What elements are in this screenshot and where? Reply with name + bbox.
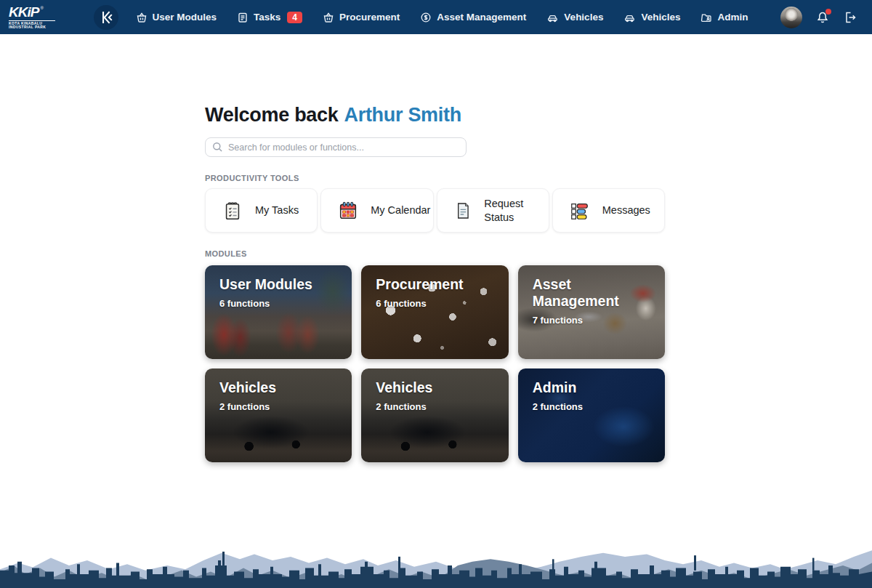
nav-label: Asset Management xyxy=(437,12,526,23)
dollar-circle-icon xyxy=(420,12,432,23)
module-title: User Modules xyxy=(219,276,337,293)
clipboard-icon xyxy=(237,12,249,23)
nav-item-admin[interactable]: Admin xyxy=(690,12,758,23)
basket-icon xyxy=(136,12,148,23)
module-title: Admin xyxy=(533,379,650,396)
module-subtitle: 2 functions xyxy=(376,401,493,412)
nav-item-tasks[interactable]: Tasks 4 xyxy=(227,12,312,23)
main-content: Welcome backArthur Smith PRODUCTIVITY TO… xyxy=(205,34,665,462)
module-title: Asset Management xyxy=(533,276,650,310)
calendar-icon xyxy=(337,200,359,222)
logout-icon xyxy=(843,10,857,25)
search-icon xyxy=(212,142,223,153)
nav-label: Procurement xyxy=(339,12,400,23)
tasks-count-badge: 4 xyxy=(287,12,302,23)
kkip-k-badge[interactable] xyxy=(94,5,118,30)
folder-user-icon xyxy=(701,12,712,23)
city-skyline-decoration xyxy=(0,538,872,588)
nav-item-vehicles-2[interactable]: Vehicles xyxy=(613,12,690,23)
notepad-icon xyxy=(222,200,243,222)
nav-label: Admin xyxy=(717,12,748,23)
module-subtitle: 6 functions xyxy=(219,298,337,309)
module-card-admin[interactable]: Admin 2 functions xyxy=(518,368,665,462)
module-subtitle: 7 functions xyxy=(533,315,650,326)
nav-item-asset-management[interactable]: Asset Management xyxy=(410,12,536,23)
search-bar xyxy=(205,137,467,157)
dashboard-page: KKiP ® KOTA KINABALU INDUSTRIAL PARK Use… xyxy=(0,0,872,588)
productivity-tools-label: PRODUCTIVITY TOOLS xyxy=(205,174,665,182)
module-title: Procurement xyxy=(376,276,493,293)
main-navigation: User Modules Tasks 4 Procurement xyxy=(126,12,759,23)
kkip-logo[interactable]: KKiP ® KOTA KINABALU INDUSTRIAL PARK xyxy=(9,5,71,29)
productivity-tools-row: My Tasks My Calendar xyxy=(205,188,665,233)
tool-card-request-status[interactable]: Request Status xyxy=(437,188,549,233)
module-card-vehicles-1[interactable]: Vehicles 2 functions xyxy=(205,368,352,462)
notifications-button[interactable] xyxy=(815,10,830,25)
basket-icon xyxy=(323,12,334,23)
nav-item-vehicles-1[interactable]: Vehicles xyxy=(536,12,613,23)
k-mark-icon xyxy=(98,9,114,25)
logout-button[interactable] xyxy=(843,10,857,25)
module-subtitle: 2 functions xyxy=(219,401,337,412)
brand-name: KKiP xyxy=(9,5,39,19)
navbar-right-group xyxy=(780,7,857,28)
tool-card-my-calendar[interactable]: My Calendar xyxy=(320,188,433,233)
welcome-heading: Welcome backArthur Smith xyxy=(205,104,665,126)
module-card-asset-management[interactable]: Asset Management 7 functions xyxy=(518,265,665,359)
module-card-user-modules[interactable]: User Modules 6 functions xyxy=(205,265,352,359)
car-icon xyxy=(623,12,636,23)
tool-label: Request Status xyxy=(484,197,548,223)
tool-label: My Tasks xyxy=(255,204,299,217)
top-navbar: KKiP ® KOTA KINABALU INDUSTRIAL PARK Use… xyxy=(0,0,872,34)
search-input[interactable] xyxy=(228,142,459,153)
document-icon xyxy=(453,200,473,222)
user-name: Arthur Smith xyxy=(344,104,461,126)
tool-label: My Calendar xyxy=(371,204,430,217)
module-card-procurement[interactable]: Procurement 6 functions xyxy=(361,265,508,359)
nav-item-user-modules[interactable]: User Modules xyxy=(126,12,227,23)
brand-subtitle: KOTA KINABALU INDUSTRIAL PARK xyxy=(9,20,55,29)
module-subtitle: 2 functions xyxy=(533,401,650,412)
tool-card-messages[interactable]: Messages xyxy=(552,188,665,233)
car-icon xyxy=(546,12,559,23)
nav-item-procurement[interactable]: Procurement xyxy=(312,12,410,23)
nav-label: Tasks xyxy=(254,12,280,23)
module-title: Vehicles xyxy=(376,379,493,396)
tool-card-my-tasks[interactable]: My Tasks xyxy=(205,188,318,233)
notification-dot xyxy=(825,9,831,15)
modules-label: MODULES xyxy=(205,249,665,258)
module-card-vehicles-2[interactable]: Vehicles 2 functions xyxy=(361,368,508,462)
nav-label: Vehicles xyxy=(641,12,680,23)
nav-label: User Modules xyxy=(153,12,217,23)
module-subtitle: 6 functions xyxy=(376,298,493,309)
welcome-prefix: Welcome back xyxy=(205,104,339,126)
modules-grid: User Modules 6 functions Procurement 6 f… xyxy=(205,265,665,462)
registered-mark: ® xyxy=(40,6,43,10)
tool-label: Messages xyxy=(602,204,650,217)
nav-label: Vehicles xyxy=(564,12,603,23)
avatar[interactable] xyxy=(780,7,802,28)
module-title: Vehicles xyxy=(219,379,337,396)
messages-icon xyxy=(569,200,591,222)
